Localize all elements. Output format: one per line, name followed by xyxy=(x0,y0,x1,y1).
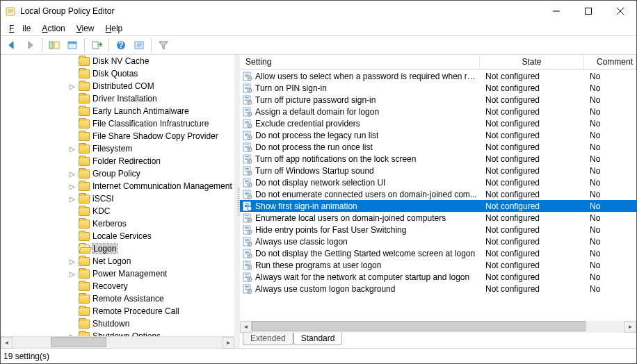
maximize-button[interactable] xyxy=(572,1,604,22)
tree-item[interactable]: ▷Internet Communication Management xyxy=(1,180,234,192)
chevron-right-icon[interactable]: ▷ xyxy=(67,269,77,279)
tree-item[interactable]: Locale Services xyxy=(1,230,234,242)
chevron-right-icon[interactable]: ▷ xyxy=(67,81,77,91)
svg-rect-48 xyxy=(245,121,249,122)
menu-help[interactable]: Help xyxy=(102,23,127,34)
svg-rect-57 xyxy=(245,135,248,136)
setting-row[interactable]: Do not process the legacy run listNot co… xyxy=(240,129,636,141)
scroll-thumb[interactable] xyxy=(51,337,106,347)
tree-item[interactable]: ▷Shutdown Options xyxy=(1,330,234,336)
close-button[interactable] xyxy=(604,1,636,22)
tree-item[interactable]: File Share Shadow Copy Provider xyxy=(1,130,234,142)
setting-row[interactable]: Show first sign-in animationNot configur… xyxy=(240,200,636,212)
back-button[interactable] xyxy=(3,38,20,53)
setting-row[interactable]: Turn off Windows Startup soundNot config… xyxy=(240,165,636,176)
column-comment[interactable]: Comment xyxy=(584,55,636,69)
setting-row[interactable]: Turn off app notifications on the lock s… xyxy=(240,153,636,165)
setting-row[interactable]: Do not display the Getting Started welco… xyxy=(240,247,636,259)
policy-setting-icon xyxy=(243,213,252,223)
setting-row[interactable]: Do not enumerate connected users on doma… xyxy=(240,188,636,200)
tree-item[interactable]: ▷iSCSI xyxy=(1,192,234,205)
setting-row[interactable]: Always use custom logon backgroundNot co… xyxy=(240,283,636,295)
tree-item[interactable]: Early Launch Antimalware xyxy=(1,105,234,117)
setting-comment: No xyxy=(584,260,636,270)
chevron-right-icon[interactable]: ▷ xyxy=(67,256,77,266)
folder-closed-icon xyxy=(79,282,90,291)
tab-extended[interactable]: Extended xyxy=(243,333,293,345)
column-setting[interactable]: Setting xyxy=(240,55,480,69)
tree-item[interactable]: ▷Net Logon xyxy=(1,255,234,267)
export-list-button[interactable] xyxy=(88,38,105,53)
setting-row[interactable]: Exclude credential providersNot configur… xyxy=(240,117,636,129)
tree-item[interactable]: File Classification Infrastructure xyxy=(1,117,234,130)
chevron-right-icon[interactable]: ▷ xyxy=(67,169,77,179)
tab-standard[interactable]: Standard xyxy=(293,333,343,345)
tree-item[interactable]: Recovery xyxy=(1,280,234,292)
show-hide-tree-button[interactable] xyxy=(46,38,63,53)
help-button[interactable]: ? xyxy=(113,38,129,53)
setting-row[interactable]: Always use classic logonNot configuredNo xyxy=(240,235,636,247)
tree-item[interactable]: ▷Distributed COM xyxy=(1,80,234,92)
tree-item-label: iSCSI xyxy=(92,194,114,204)
svg-rect-104 xyxy=(245,218,248,219)
filter-button[interactable] xyxy=(155,38,172,53)
tree-item[interactable]: Folder Redirection xyxy=(1,155,234,167)
setting-state: Not configured xyxy=(480,95,584,105)
setting-row[interactable]: Hide entry points for Fast User Switchin… xyxy=(240,224,636,235)
properties-button[interactable] xyxy=(64,38,81,53)
tree-item[interactable]: Kerberos xyxy=(1,217,234,230)
setting-row[interactable]: Assign a default domain for logonNot con… xyxy=(240,106,636,117)
tree-item[interactable]: Disk NV Cache xyxy=(1,55,234,67)
chevron-right-icon[interactable]: ▷ xyxy=(67,181,77,191)
tree-item[interactable]: Disk Quotas xyxy=(1,67,234,80)
tree-item[interactable]: Driver Installation xyxy=(1,92,234,105)
scroll-right-icon[interactable]: ► xyxy=(223,337,234,349)
svg-rect-49 xyxy=(245,122,249,123)
scroll-right-icon[interactable]: ► xyxy=(624,321,636,333)
setting-state: Not configured xyxy=(480,119,584,129)
setting-row[interactable]: Always wait for the network at computer … xyxy=(240,271,636,283)
tree-item[interactable]: Logon xyxy=(1,242,234,255)
tree-hscrollbar[interactable]: ◄ ► xyxy=(1,336,234,348)
spacer-icon xyxy=(67,219,77,229)
scroll-thumb[interactable] xyxy=(252,321,586,331)
show-hide-action-pane-button[interactable] xyxy=(131,38,147,53)
setting-row[interactable]: Enumerate local users on domain-joined c… xyxy=(240,212,636,224)
forward-button[interactable] xyxy=(22,38,38,53)
policy-setting-icon xyxy=(243,225,252,235)
setting-name: Assign a default domain for logon xyxy=(255,107,379,117)
folder-closed-icon xyxy=(79,169,90,179)
tree-item[interactable]: ▷Filesystem xyxy=(1,142,234,155)
setting-row[interactable]: Run these programs at user logonNot conf… xyxy=(240,259,636,271)
tree-item[interactable]: ▷Group Policy xyxy=(1,167,234,180)
tree-item[interactable]: ▷Power Management xyxy=(1,267,234,280)
list-body[interactable]: Allow users to select when a password is… xyxy=(240,70,636,321)
tree-item[interactable]: Shutdown xyxy=(1,317,234,330)
tree-item[interactable]: Remote Procedure Call xyxy=(1,305,234,317)
setting-comment: No xyxy=(584,201,636,211)
tree-item-label: File Classification Infrastructure xyxy=(92,119,209,129)
chevron-right-icon[interactable]: ▷ xyxy=(67,144,77,154)
setting-row[interactable]: Turn on PIN sign-inNot configuredNo xyxy=(240,82,636,94)
menu-action[interactable]: Action xyxy=(38,23,69,34)
chevron-right-icon[interactable]: ▷ xyxy=(67,194,77,204)
statusbar: 19 setting(s) xyxy=(1,348,636,363)
tree-item[interactable]: Remote Assistance xyxy=(1,292,234,305)
setting-row[interactable]: Do not process the run once listNot conf… xyxy=(240,141,636,153)
column-state[interactable]: State xyxy=(480,55,584,69)
list-hscrollbar[interactable]: ◄ ► xyxy=(240,321,636,333)
setting-state: Not configured xyxy=(480,260,584,270)
menu-file[interactable]: File xyxy=(5,23,35,34)
scroll-left-icon[interactable]: ◄ xyxy=(240,321,252,333)
tree-body[interactable]: Disk NV CacheDisk Quotas▷Distributed COM… xyxy=(1,55,234,336)
setting-row[interactable]: Allow users to select when a password is… xyxy=(240,70,636,82)
scroll-left-icon[interactable]: ◄ xyxy=(1,337,13,349)
setting-row[interactable]: Turn off picture password sign-inNot con… xyxy=(240,94,636,106)
tree-item[interactable]: KDC xyxy=(1,205,234,217)
minimize-button[interactable] xyxy=(540,1,572,22)
setting-state: Not configured xyxy=(480,225,584,235)
chevron-right-icon[interactable]: ▷ xyxy=(67,331,77,336)
setting-row[interactable]: Do not display network selection UINot c… xyxy=(240,176,636,188)
tree-item-label: Power Management xyxy=(92,269,167,279)
menu-view[interactable]: View xyxy=(72,23,99,34)
